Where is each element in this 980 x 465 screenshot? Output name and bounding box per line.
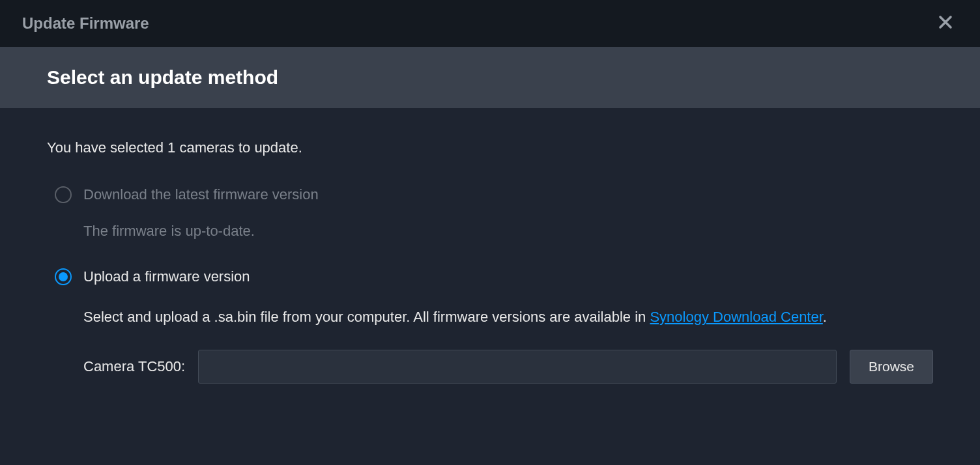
- radio-upload-inner: [59, 272, 68, 281]
- titlebar: Update Firmware: [0, 0, 980, 47]
- download-status-text: The firmware is up-to-date.: [83, 223, 933, 240]
- download-status-section: The firmware is up-to-date.: [83, 223, 933, 240]
- radio-upload-label: Upload a firmware version: [83, 268, 250, 285]
- upload-section: Select and upload a .sa.bin file from yo…: [83, 305, 933, 384]
- upload-description: Select and upload a .sa.bin file from yo…: [83, 305, 933, 329]
- radio-upload[interactable]: [55, 268, 72, 285]
- file-path-input[interactable]: [198, 350, 837, 384]
- camera-label: Camera TC500:: [83, 358, 185, 375]
- radio-download: [55, 186, 72, 203]
- upload-desc-prefix: Select and upload a .sa.bin file from yo…: [83, 309, 650, 325]
- download-center-link[interactable]: Synology Download Center: [650, 309, 822, 325]
- header-section: Select an update method: [0, 47, 980, 108]
- browse-button[interactable]: Browse: [850, 350, 933, 384]
- close-icon: [938, 15, 953, 29]
- dialog-title: Update Firmware: [22, 14, 149, 33]
- radio-download-label: Download the latest firmware version: [83, 186, 319, 203]
- intro-text: You have selected 1 cameras to update.: [47, 139, 933, 156]
- option-group: Download the latest firmware version The…: [55, 186, 933, 384]
- upload-desc-suffix: .: [823, 309, 827, 325]
- close-button[interactable]: [933, 12, 958, 35]
- option-download-row: Download the latest firmware version: [55, 186, 933, 203]
- option-upload-row[interactable]: Upload a firmware version: [55, 268, 933, 285]
- page-heading: Select an update method: [47, 66, 933, 89]
- content-area: You have selected 1 cameras to update. D…: [0, 108, 980, 444]
- file-row: Camera TC500: Browse: [83, 350, 933, 384]
